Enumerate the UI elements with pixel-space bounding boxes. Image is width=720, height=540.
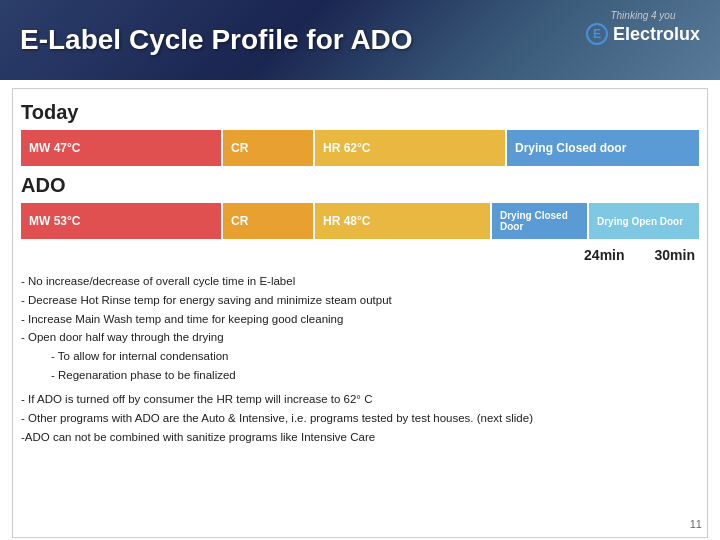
time-24min: 24min [584,247,624,263]
today-label: Today [21,101,699,124]
note-line-7: - If ADO is turned off by consumer the H… [21,391,699,409]
electrolux-icon: E [586,23,608,45]
time-labels-row: 24min 30min [21,247,699,263]
page-title: E-Label Cycle Profile for ADO [20,24,413,56]
ado-bar-row: MW 53°C CR HR 48°C Drying Closed Door Dr… [21,203,699,239]
today-bar-row: MW 47°C CR HR 62°C Drying Closed door [21,130,699,166]
today-hr-bar: HR 62°C [315,130,505,166]
notes-section: - No increase/decrease of overall cycle … [21,273,699,446]
ado-cr-bar: CR [223,203,313,239]
note-line-2: - Decrease Hot Rinse temp for energy sav… [21,292,699,310]
note-line-3: - Increase Main Wash temp and time for k… [21,311,699,329]
main-content: Today MW 47°C CR HR 62°C Drying Closed d… [0,80,720,540]
thinking-tagline: Thinking 4 you [610,10,675,21]
brand-name: E Electrolux [586,23,700,45]
today-cr-bar: CR [223,130,313,166]
ado-drying-open-bar: Drying Open Door [589,203,699,239]
ado-drying-closed-bar: Drying Closed Door [492,203,587,239]
note-line-1: - No increase/decrease of overall cycle … [21,273,699,291]
time-30min: 30min [655,247,695,263]
brand-logo: Thinking 4 you E Electrolux [586,10,700,45]
page-number: 11 [690,518,702,530]
ado-hr-bar: HR 48°C [315,203,490,239]
ado-mw-bar: MW 53°C [21,203,221,239]
note-line-5: - To allow for internal condensation [21,348,699,366]
note-line-6: - Regenaration phase to be finalized [21,367,699,385]
header: E-Label Cycle Profile for ADO Thinking 4… [0,0,720,80]
note-line-4: - Open door half way through the drying [21,329,699,347]
note-line-8: - Other programs with ADO are the Auto &… [21,410,699,428]
today-drying-bar: Drying Closed door [507,130,699,166]
note-line-9: -ADO can not be combined with sanitize p… [21,429,699,447]
content-box: Today MW 47°C CR HR 62°C Drying Closed d… [12,88,708,538]
today-mw-bar: MW 47°C [21,130,221,166]
ado-label: ADO [21,174,699,197]
